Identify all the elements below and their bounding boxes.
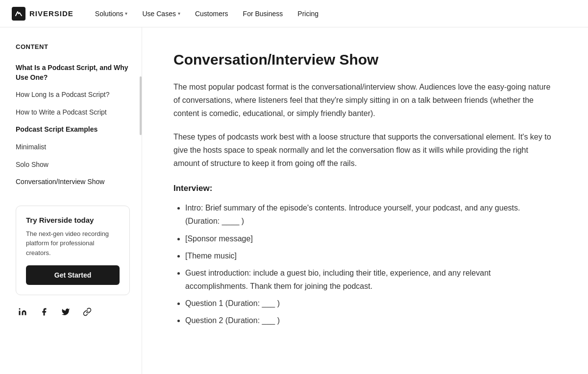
- list-item: Question 2 (Duration: ___ ): [185, 314, 552, 327]
- sidebar-content-label: Content: [16, 43, 130, 50]
- sidebar-item-conversation[interactable]: Conversation/Interview Show: [16, 174, 130, 190]
- list-item: How Long Is a Podcast Script?: [16, 87, 130, 103]
- cta-description: The next-gen video recording platform fo…: [26, 229, 120, 258]
- article-body: The most popular podcast format is the c…: [173, 80, 552, 327]
- list-item: Question 1 (Duration: ___ ): [185, 297, 552, 310]
- list-item: [Theme music]: [185, 249, 552, 262]
- sidebar: Content What Is a Podcast Script, and Wh…: [0, 27, 142, 374]
- chevron-down-icon: ▾: [125, 11, 127, 16]
- facebook-icon[interactable]: [37, 305, 51, 319]
- list-item: Intro: Brief summary of the episode's co…: [185, 201, 552, 228]
- list-item: Solo Show: [16, 157, 130, 173]
- list-item: Podcast Script Examples: [16, 122, 130, 138]
- page-layout: Content What Is a Podcast Script, and Wh…: [0, 27, 588, 374]
- link-icon[interactable]: [80, 305, 94, 319]
- list-item: [Sponsor message]: [185, 232, 552, 245]
- main-content: Conversation/Interview Show The most pop…: [142, 27, 583, 374]
- get-started-button[interactable]: Get Started: [26, 265, 120, 285]
- chevron-down-icon: ▾: [178, 11, 180, 16]
- list-item: What Is a Podcast Script, and Why Use On…: [16, 60, 130, 85]
- scrollbar[interactable]: [140, 76, 142, 135]
- nav-for-business[interactable]: For Business: [237, 7, 289, 21]
- nav-solutions[interactable]: Solutions ▾: [89, 7, 134, 21]
- list-item: Guest introduction: include a guest bio,…: [185, 266, 552, 293]
- article-paragraph-1: The most popular podcast format is the c…: [173, 80, 552, 120]
- sidebar-item-examples[interactable]: Podcast Script Examples: [16, 122, 130, 138]
- social-icons: [16, 305, 130, 319]
- list-item: Minimalist: [16, 140, 130, 155]
- linkedin-icon[interactable]: [16, 305, 29, 319]
- sidebar-item-how-long[interactable]: How Long Is a Podcast Script?: [16, 87, 130, 103]
- list-item: Conversation/Interview Show: [16, 174, 130, 190]
- logo-text: RIVERSIDE: [29, 9, 74, 18]
- svg-point-0: [19, 308, 21, 310]
- sidebar-item-how-to-write[interactable]: How to Write a Podcast Script: [16, 105, 130, 120]
- interview-heading: Interview:: [173, 184, 552, 193]
- sidebar-item-solo-show[interactable]: Solo Show: [16, 157, 130, 173]
- nav-links: Solutions ▾ Use Cases ▾ Customers For Bu…: [89, 7, 324, 21]
- article-title: Conversation/Interview Show: [173, 51, 552, 69]
- navigation: RIVERSIDE Solutions ▾ Use Cases ▾ Custom…: [0, 0, 588, 27]
- sidebar-item-minimalist[interactable]: Minimalist: [16, 140, 130, 155]
- logo[interactable]: RIVERSIDE: [12, 7, 74, 21]
- cta-card: Try Riverside today The next-gen video r…: [16, 206, 130, 296]
- logo-icon: [12, 7, 25, 21]
- cta-title: Try Riverside today: [26, 216, 120, 224]
- nav-customers[interactable]: Customers: [189, 7, 234, 21]
- list-item: How to Write a Podcast Script: [16, 105, 130, 120]
- nav-use-cases[interactable]: Use Cases ▾: [136, 7, 186, 21]
- sidebar-item-what-is[interactable]: What Is a Podcast Script, and Why Use On…: [16, 60, 130, 85]
- nav-pricing[interactable]: Pricing: [292, 7, 324, 21]
- twitter-icon[interactable]: [59, 305, 73, 319]
- interview-list: Intro: Brief summary of the episode's co…: [173, 201, 552, 327]
- article-paragraph-2: These types of podcasts work best with a…: [173, 130, 552, 170]
- sidebar-nav: What Is a Podcast Script, and Why Use On…: [16, 60, 130, 190]
